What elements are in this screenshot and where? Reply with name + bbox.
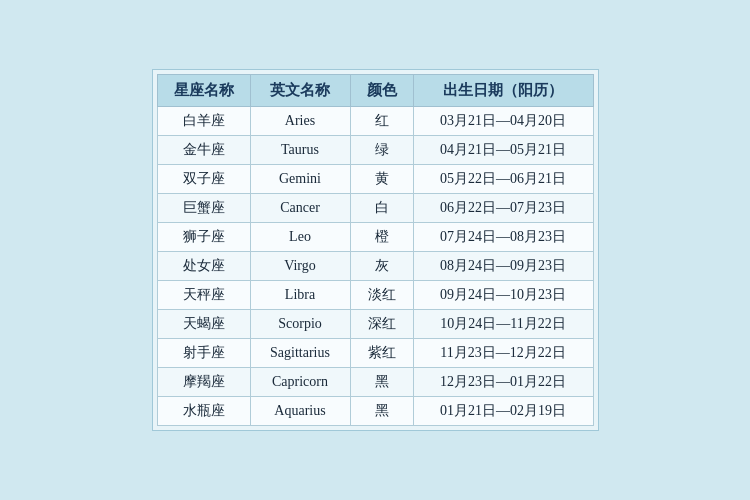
english-name: Taurus [250,136,350,165]
color-value: 黄 [350,165,413,194]
header-color: 颜色 [350,75,413,107]
chinese-name: 天秤座 [157,281,250,310]
english-name: Cancer [250,194,350,223]
english-name: Scorpio [250,310,350,339]
header-english-name: 英文名称 [250,75,350,107]
zodiac-table-container: 星座名称 英文名称 颜色 出生日期（阳历） 白羊座Aries红03月21日—04… [152,69,599,431]
date-range: 11月23日—12月22日 [413,339,593,368]
header-dates: 出生日期（阳历） [413,75,593,107]
date-range: 06月22日—07月23日 [413,194,593,223]
table-row: 狮子座Leo橙07月24日—08月23日 [157,223,593,252]
zodiac-table: 星座名称 英文名称 颜色 出生日期（阳历） 白羊座Aries红03月21日—04… [157,74,594,426]
english-name: Capricorn [250,368,350,397]
table-row: 巨蟹座Cancer白06月22日—07月23日 [157,194,593,223]
table-row: 处女座Virgo灰08月24日—09月23日 [157,252,593,281]
color-value: 黑 [350,368,413,397]
chinese-name: 金牛座 [157,136,250,165]
chinese-name: 巨蟹座 [157,194,250,223]
english-name: Virgo [250,252,350,281]
date-range: 05月22日—06月21日 [413,165,593,194]
date-range: 12月23日—01月22日 [413,368,593,397]
chinese-name: 白羊座 [157,107,250,136]
chinese-name: 双子座 [157,165,250,194]
chinese-name: 射手座 [157,339,250,368]
color-value: 淡红 [350,281,413,310]
chinese-name: 摩羯座 [157,368,250,397]
english-name: Libra [250,281,350,310]
table-row: 天秤座Libra淡红09月24日—10月23日 [157,281,593,310]
table-body: 白羊座Aries红03月21日—04月20日金牛座Taurus绿04月21日—0… [157,107,593,426]
table-row: 双子座Gemini黄05月22日—06月21日 [157,165,593,194]
date-range: 09月24日—10月23日 [413,281,593,310]
chinese-name: 处女座 [157,252,250,281]
date-range: 08月24日—09月23日 [413,252,593,281]
chinese-name: 水瓶座 [157,397,250,426]
color-value: 深红 [350,310,413,339]
color-value: 白 [350,194,413,223]
header-chinese-name: 星座名称 [157,75,250,107]
english-name: Sagittarius [250,339,350,368]
table-row: 天蝎座Scorpio深红10月24日—11月22日 [157,310,593,339]
date-range: 10月24日—11月22日 [413,310,593,339]
color-value: 红 [350,107,413,136]
table-row: 摩羯座Capricorn黑12月23日—01月22日 [157,368,593,397]
color-value: 橙 [350,223,413,252]
date-range: 07月24日—08月23日 [413,223,593,252]
color-value: 黑 [350,397,413,426]
chinese-name: 狮子座 [157,223,250,252]
color-value: 绿 [350,136,413,165]
english-name: Aquarius [250,397,350,426]
date-range: 03月21日—04月20日 [413,107,593,136]
english-name: Aries [250,107,350,136]
table-row: 白羊座Aries红03月21日—04月20日 [157,107,593,136]
color-value: 灰 [350,252,413,281]
date-range: 04月21日—05月21日 [413,136,593,165]
color-value: 紫红 [350,339,413,368]
english-name: Gemini [250,165,350,194]
chinese-name: 天蝎座 [157,310,250,339]
table-row: 水瓶座Aquarius黑01月21日—02月19日 [157,397,593,426]
date-range: 01月21日—02月19日 [413,397,593,426]
table-row: 射手座Sagittarius紫红11月23日—12月22日 [157,339,593,368]
english-name: Leo [250,223,350,252]
table-row: 金牛座Taurus绿04月21日—05月21日 [157,136,593,165]
table-header-row: 星座名称 英文名称 颜色 出生日期（阳历） [157,75,593,107]
